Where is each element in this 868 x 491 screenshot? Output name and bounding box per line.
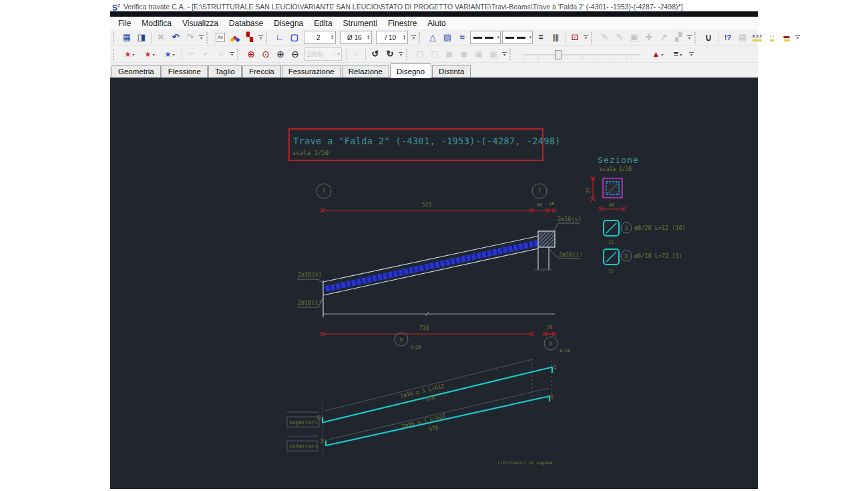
stirrup-button[interactable]: ∪ — [701, 31, 716, 44]
new-sheet-button[interactable]: ▢ — [287, 31, 302, 44]
pan-button[interactable]: ☞ — [349, 47, 363, 61]
spinner-arrows-icon[interactable] — [331, 35, 334, 41]
menu-modifica[interactable]: Modifica — [136, 18, 177, 29]
tab-label: Relazione — [349, 67, 383, 75]
toolbar-separator — [346, 49, 347, 60]
menu-edita[interactable]: Edita — [308, 18, 337, 29]
view3d-solid-button[interactable]: ◼ — [442, 47, 457, 61]
toolbar-overflow[interactable] — [228, 47, 236, 61]
layer-insert-button[interactable]: ★ — [120, 47, 140, 61]
offset-button[interactable]: ↗ — [656, 31, 671, 44]
linetype-combo-1[interactable] — [470, 31, 501, 44]
view3d-ca-button[interactable]: ▣ — [471, 47, 486, 61]
tab-flessione[interactable]: Flessione — [162, 65, 208, 77]
view3d-wire2-button[interactable]: ◻ — [427, 47, 442, 61]
slider-thumb[interactable] — [555, 50, 562, 59]
menu-disegna[interactable]: Disegna — [268, 18, 308, 29]
image-button[interactable]: ▨ — [440, 31, 455, 44]
spacing-spinner[interactable]: / 10 — [376, 31, 408, 44]
tab-taglio[interactable]: Taglio — [208, 65, 242, 77]
edit-hatch-button[interactable]: ✎ — [612, 31, 627, 44]
exit-button[interactable]: ◨ — [134, 31, 149, 44]
tab-freccia[interactable]: Freccia — [242, 65, 281, 77]
grip-tool-button[interactable]: ⌐ — [184, 47, 199, 61]
polyline-button[interactable]: ∟ — [272, 31, 287, 44]
delete-button[interactable]: ✖ — [154, 31, 168, 44]
menu-visualizza[interactable]: Visualizza — [177, 18, 224, 29]
edit-bar-button[interactable]: ✎ — [598, 31, 612, 44]
toolbar-overflow[interactable] — [794, 31, 801, 44]
menu-aiuto[interactable]: Aiuto — [422, 18, 451, 29]
measure-bar-button[interactable]: ▬ — [779, 31, 794, 44]
zoom-refresh-button[interactable]: ↻ — [383, 47, 397, 61]
linetype-combo-2[interactable] — [502, 31, 533, 44]
toolbar-overflow[interactable] — [397, 47, 405, 61]
zoom-level-combo[interactable]: 100% — [304, 47, 342, 61]
query-button[interactable]: !? — [720, 31, 735, 44]
layer-blue-button[interactable]: ★ — [160, 47, 180, 61]
tab-distinta[interactable]: Distinta — [432, 65, 471, 77]
drawing-title: Trave a "Falda 2" (-4301, -1953)-(-4287,… — [293, 136, 561, 146]
tolerance-warning-button[interactable]: ▲ — [648, 47, 668, 61]
move-button[interactable]: ✚ — [642, 31, 656, 44]
hook-shape-button[interactable]: △ — [425, 31, 440, 44]
grip-tool-button-2[interactable]: ⌐ — [199, 47, 214, 61]
toolbar-overflow[interactable] — [688, 47, 695, 61]
zoom-in-button[interactable]: ⊕ — [273, 47, 288, 61]
spinner-arrows-icon[interactable] — [403, 35, 406, 41]
menu-finestre[interactable]: Finestre — [383, 18, 422, 29]
bar-diameter-spinner[interactable]: Ø 16 — [340, 31, 372, 44]
bar-label-right-bottom: 2ø16(i) — [559, 251, 583, 258]
measure-distance-button[interactable]: ∙ ∙ — [765, 31, 779, 44]
database-dialog-button[interactable]: Ac — [213, 31, 228, 44]
colors-button[interactable]: ◆ — [228, 31, 242, 44]
toolbar-overflow[interactable] — [410, 31, 417, 44]
stirrup-b-base-dim: 15 — [608, 269, 614, 274]
hook-dim: 10 — [549, 394, 554, 399]
layers-button[interactable]: ≈ — [455, 31, 469, 44]
toolbar-overflow[interactable] — [501, 47, 508, 61]
tab-fessurazione[interactable]: Fessurazione — [282, 65, 341, 77]
dim-top-span: 515 — [422, 202, 432, 208]
mirror-button[interactable]: ▞ — [671, 31, 686, 44]
save-button[interactable]: ▦ — [120, 31, 134, 44]
lamp-button[interactable]: ○ — [214, 47, 228, 61]
tab-relazione[interactable]: Relazione — [342, 65, 389, 77]
view3d-wire-button[interactable]: ◻ — [413, 47, 427, 61]
view3d-solid2-button[interactable]: ◼ — [457, 47, 471, 61]
edit-panel-button[interactable]: ▣ — [627, 31, 642, 44]
spinner-arrows-icon[interactable] — [367, 35, 370, 41]
bar-spacing-button[interactable]: ∥∥ — [548, 31, 563, 44]
rebar-table-button[interactable]: ▚ — [242, 31, 257, 44]
zoom-previous-button[interactable]: ↺ — [368, 47, 383, 61]
toolbar-overflow[interactable] — [582, 31, 590, 44]
tab-disegno[interactable]: Disegno — [390, 63, 431, 78]
measure-xyz-button[interactable]: X,Y,Z — [750, 31, 765, 44]
zoom-dynamic-button[interactable]: ⊙ — [258, 47, 273, 61]
zoom-window-button[interactable]: ⊕ — [244, 47, 258, 61]
drawing-scale: scala 1/50 — [292, 150, 329, 156]
menu-database[interactable]: Database — [224, 18, 268, 29]
toolbar-overflow[interactable] — [686, 31, 693, 44]
toolbar-grip — [113, 49, 118, 60]
toolbar-icon: ◆ — [233, 33, 238, 41]
menu-file[interactable]: File — [113, 18, 136, 29]
cage-button[interactable]: ▦ — [735, 31, 750, 44]
layer-edit-button[interactable]: ★ — [140, 47, 160, 61]
undo-button[interactable]: ↶ — [168, 31, 183, 44]
toolbar-overflow[interactable] — [198, 31, 205, 44]
drawing-canvas[interactable]: Trave a "Falda 2" (-4301, -1953)-(-4287,… — [110, 78, 758, 489]
scale-slider[interactable] — [520, 48, 644, 60]
toolbar-icon: ∟ — [276, 33, 284, 41]
redo-button[interactable]: ↷ — [183, 31, 198, 44]
tab-geometria[interactable]: Geometria — [112, 65, 161, 77]
tab-label: Taglio — [215, 67, 235, 75]
lineweight-button[interactable]: ≡ — [668, 47, 688, 61]
menu-strumenti[interactable]: Strumenti — [338, 18, 383, 29]
view3d-ca2-button[interactable]: ▣ — [486, 47, 501, 61]
zoom-out-button[interactable]: ⊖ — [288, 47, 302, 61]
dim-style-button[interactable]: ≡ — [533, 31, 548, 44]
toolbar-overflow[interactable] — [257, 31, 264, 44]
bar-count-spinner[interactable]: 2 — [304, 31, 336, 44]
insert-point-button[interactable]: ⊡ — [568, 31, 582, 44]
